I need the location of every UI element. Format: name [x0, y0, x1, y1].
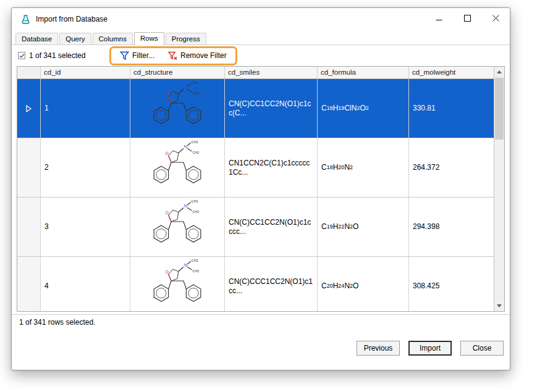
table-body: 1 O N CH3 CH3	[17, 79, 494, 311]
scroll-up-icon	[497, 70, 502, 73]
svg-text:N: N	[184, 262, 187, 267]
cell-cd-formula[interactable]: C19H22N2O	[318, 198, 409, 256]
table-row[interactable]: 4 O N CH3 CH3	[17, 257, 494, 311]
table-row[interactable]: 1 O N CH3 CH3	[17, 79, 494, 138]
molecule-structure-image: O N CH3 CH3	[133, 199, 221, 255]
minimize-button[interactable]	[425, 8, 453, 28]
import-from-database-dialog: Import from Database DatabaseQueryColumn…	[11, 7, 510, 370]
title-bar: Import from Database	[12, 8, 510, 30]
svg-text:N: N	[184, 84, 187, 90]
cell-cd-structure[interactable]: O N CH3 CH3	[130, 198, 225, 256]
tab-query[interactable]: Query	[59, 33, 91, 44]
svg-text:N: N	[184, 143, 187, 149]
svg-text:N: N	[184, 202, 187, 208]
status-text: 1 of 341 rows selected.	[19, 318, 95, 327]
selection-checkbox[interactable]	[18, 52, 25, 59]
cell-cd-structure[interactable]: O N CH3 CH3	[130, 257, 225, 311]
minimize-icon	[436, 15, 442, 22]
filter-button-group: Filter... Remove Filter	[109, 47, 237, 65]
svg-text:CH3: CH3	[192, 150, 199, 154]
table-header: cd_idcd_structurecd_smilescd_formulacd_m…	[17, 67, 494, 79]
scroll-down-button[interactable]	[494, 301, 504, 311]
app-icon	[20, 14, 31, 25]
scrollbar-track[interactable]	[494, 140, 504, 301]
tab-bar: DatabaseQueryColumnsRowsProgress	[12, 30, 510, 45]
vertical-scrollbar[interactable]	[494, 67, 504, 311]
svg-text:CH3: CH3	[192, 140, 198, 144]
close-dialog-button[interactable]: Close	[460, 341, 504, 356]
cell-cd-structure[interactable]: O N CH3 CH3	[130, 138, 225, 197]
table-row[interactable]: 3 O N CH3 CH3	[17, 198, 494, 257]
cell-cd-smiles[interactable]: CN(C)CCC1CC2N(O1)c1cc...	[225, 257, 318, 311]
row-selector-cell[interactable]	[17, 138, 41, 197]
tab-database[interactable]: Database	[15, 33, 58, 44]
previous-button[interactable]: Previous	[357, 341, 400, 356]
tab-progress[interactable]: Progress	[166, 33, 206, 44]
svg-text:CH3: CH3	[192, 269, 199, 272]
rows-toolbar: 1 of 341 selected Filter... Remove Filte…	[12, 45, 510, 66]
svg-text:CH3: CH3	[192, 209, 199, 213]
svg-text:O: O	[165, 151, 169, 156]
table-row[interactable]: 2 O N CH3 CH3	[17, 138, 494, 198]
filter-funnel-icon	[120, 51, 129, 60]
scroll-up-button[interactable]	[494, 67, 504, 77]
cell-cd-smiles[interactable]: CN1CCN2C(C1)c1ccccc1Cc...	[225, 138, 318, 197]
svg-text:CH3: CH3	[192, 199, 198, 203]
filter-button-label: Filter...	[132, 51, 154, 60]
filter-button[interactable]: Filter...	[118, 50, 156, 62]
column-header-cd_molweight[interactable]: cd_molweight	[409, 67, 494, 78]
tab-rows[interactable]: Rows	[134, 32, 164, 45]
status-bar: 1 of 341 rows selected.	[12, 314, 510, 329]
svg-text:CH3: CH3	[192, 259, 198, 262]
cell-cd-formula[interactable]: C18H19ClN2O2	[318, 79, 409, 138]
cell-cd-molweight[interactable]: 330.81	[409, 79, 494, 138]
cell-cd-id[interactable]: 1	[41, 79, 130, 138]
cell-cd-molweight[interactable]: 264.372	[409, 138, 494, 197]
cell-cd-smiles[interactable]: CN(C)CC1CC2N(O1)c1cccc...	[225, 198, 318, 256]
scrollbar-thumb[interactable]	[495, 78, 504, 140]
window-controls	[425, 8, 510, 30]
close-icon	[492, 15, 499, 22]
check-icon	[19, 53, 25, 59]
tab-columns[interactable]: Columns	[93, 33, 133, 44]
selection-checkbox-group[interactable]: 1 of 341 selected	[18, 51, 104, 60]
import-button[interactable]: Import	[408, 341, 452, 356]
row-selector-cell[interactable]	[17, 198, 41, 256]
cell-cd-molweight[interactable]: 308.425	[409, 257, 494, 311]
cell-cd-id[interactable]: 4	[41, 257, 130, 311]
remove-filter-button-label: Remove Filter	[180, 51, 227, 60]
molecule-structure-image: O N CH3 CH3	[133, 259, 221, 312]
molecule-structure-image: O N CH3 CH3	[133, 140, 221, 196]
cell-cd-molweight[interactable]: 294.398	[409, 198, 494, 256]
current-row-arrow-icon	[26, 105, 32, 112]
column-header-cd_structure[interactable]: cd_structure	[130, 67, 225, 78]
remove-filter-button[interactable]: Remove Filter	[166, 50, 229, 62]
selection-checkbox-label: 1 of 341 selected	[29, 51, 85, 60]
remove-filter-funnel-icon	[168, 51, 177, 60]
results-grid: cd_idcd_structurecd_smilescd_formulacd_m…	[17, 67, 494, 311]
svg-text:CH3: CH3	[192, 81, 198, 85]
svg-text:CH3: CH3	[192, 91, 199, 94]
cell-cd-formula[interactable]: C20H24N2O	[318, 257, 409, 311]
cell-cd-id[interactable]: 3	[41, 198, 130, 256]
column-header-cd_id[interactable]: cd_id	[41, 67, 130, 78]
cell-cd-smiles[interactable]: CN(C)CC1CC2N(O1)c1cc(C...	[225, 79, 318, 138]
scroll-down-icon	[497, 304, 502, 307]
window-title: Import from Database	[36, 15, 108, 23]
molecule-structure-image: O N CH3 CH3	[133, 81, 221, 136]
cell-cd-formula[interactable]: C18H20N2	[318, 138, 409, 197]
cell-cd-structure[interactable]: O N CH3 CH3	[130, 79, 225, 138]
results-table: cd_idcd_structurecd_smilescd_formulacd_m…	[17, 66, 505, 312]
header-corner-cell	[17, 67, 41, 78]
svg-text:O: O	[165, 210, 169, 215]
column-header-cd_smiles[interactable]: cd_smiles	[225, 67, 318, 78]
row-selector-cell[interactable]	[17, 257, 41, 311]
column-header-cd_formula[interactable]: cd_formula	[318, 67, 409, 78]
close-button[interactable]	[481, 8, 510, 28]
maximize-button[interactable]	[453, 8, 481, 28]
maximize-icon	[464, 15, 471, 22]
cell-cd-id[interactable]: 2	[41, 138, 130, 197]
footer-button-bar: Previous Import Close	[12, 329, 510, 370]
svg-text:O: O	[165, 91, 169, 97]
row-selector-cell[interactable]	[17, 79, 41, 138]
